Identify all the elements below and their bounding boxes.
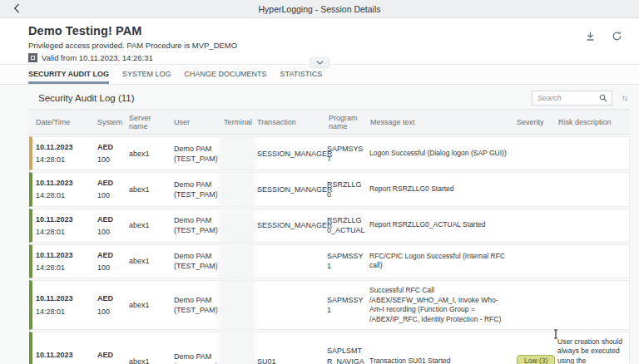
table-row[interactable]: 10.11.202314:28:01 AED100 abex1 Demo PAM… xyxy=(29,209,630,243)
cell-user: Demo PAM (TEST_PAM) xyxy=(171,246,220,276)
column-header-severity: Severity xyxy=(513,115,555,130)
refresh-button[interactable] xyxy=(610,29,624,43)
cell-program-name: SAPLSMTR_NAVIGATION xyxy=(325,341,367,364)
download-icon xyxy=(585,32,596,44)
cell-risk-description: User creation should always be executed … xyxy=(555,332,630,364)
cell-terminal xyxy=(220,173,254,205)
severity-badge: Low (3) xyxy=(517,355,555,364)
cell-server-name: abex1 xyxy=(126,251,171,271)
valid-from-text: Valid from 10.11.2023, 14:26:31 xyxy=(42,53,153,62)
cell-severity xyxy=(513,184,555,194)
cell-terminal xyxy=(220,281,254,329)
cell-risk-description xyxy=(555,184,630,194)
table-column-headers: Date/Time System Server name User Termin… xyxy=(29,109,630,135)
cell-datetime: 10.11.202314:28:01 xyxy=(32,209,94,242)
chevron-left-icon xyxy=(13,2,20,17)
cell-terminal xyxy=(220,332,254,364)
page-subtitle: Privileged access provided. PAM Procedur… xyxy=(28,41,611,50)
column-header-transaction: Transaction xyxy=(254,115,325,130)
table-body: 10.11.202314:28:01 AED100 abex1 Demo PAM… xyxy=(29,136,630,364)
cell-server-name: abex1 xyxy=(126,352,171,364)
table-row[interactable]: 10.11.202314:28:01 AED100 abex1 Demo PAM… xyxy=(29,136,630,170)
table-panel: Security Audit Log (11) ↑↓ Date/Time Sys… xyxy=(0,85,639,364)
cell-transaction: SESSION_MANAGER xyxy=(254,144,325,164)
collapse-header-button[interactable] xyxy=(310,57,329,68)
cell-transaction: SESSION_MANAGER xyxy=(254,180,325,199)
window-title: HyperLogging - Session Details xyxy=(0,4,639,14)
cell-system: AED100 xyxy=(94,137,126,170)
cell-message-text: Report RSRZLLG0_ACTUAL Started xyxy=(367,215,513,234)
cell-terminal xyxy=(220,245,254,278)
cell-server-name: abex1 xyxy=(126,144,171,164)
cell-user: Demo PAM (TEST_PAM) xyxy=(171,290,220,320)
back-button[interactable] xyxy=(10,0,23,18)
cell-datetime: 10.11.202314:28:10 xyxy=(32,345,94,364)
search-input[interactable] xyxy=(537,94,599,102)
cell-risk-description xyxy=(555,149,630,159)
column-header-program-name: Program name xyxy=(325,111,367,134)
cell-severity: Low (3) xyxy=(513,350,555,364)
cell-datetime: 10.11.202314:28:01 xyxy=(32,173,94,205)
search-icon xyxy=(599,91,607,106)
table-row[interactable]: 10.11.202314:28:01 AED100 abex1 Demo PAM… xyxy=(29,280,630,330)
cell-message-text: Logon Successful (Dialog logon (SAP GUI)… xyxy=(367,144,513,163)
cell-system: AED100 xyxy=(94,345,126,364)
cell-terminal xyxy=(220,209,254,242)
tab-change-documents[interactable]: CHANGE DOCUMENTS xyxy=(185,70,267,84)
cell-risk-description xyxy=(555,256,630,266)
page-title: Demo Testing! PAM xyxy=(28,24,611,37)
cell-server-name: abex1 xyxy=(126,215,171,235)
cell-risk-description xyxy=(555,220,630,230)
table-toolbar: Security Audit Log (11) ↑↓ xyxy=(0,87,639,108)
tab-security-audit-log[interactable]: SECURITY AUDIT LOG xyxy=(28,70,109,84)
column-header-user: User xyxy=(171,115,220,130)
cell-system: AED100 xyxy=(94,209,126,242)
sort-icon: ↑↓ xyxy=(622,93,627,102)
cell-severity xyxy=(513,220,555,230)
cell-system: AED100 xyxy=(94,245,126,278)
cell-risk-description xyxy=(555,300,630,310)
search-box xyxy=(532,91,612,106)
table-row[interactable]: 10.11.202314:28:01 AED100 abex1 Demo PAM… xyxy=(29,244,630,278)
download-button[interactable] xyxy=(583,29,597,43)
cell-program-name: RSRZLLG0 xyxy=(325,175,367,204)
cell-program-name: SAPMSYST xyxy=(325,139,367,169)
cell-program-name: SAPMSSY1 xyxy=(325,246,367,276)
cell-transaction: SESSION_MANAGER xyxy=(254,215,325,235)
column-header-message-text: Message text xyxy=(367,115,513,130)
cell-system: AED100 xyxy=(94,288,126,321)
cell-severity xyxy=(513,149,555,159)
column-header-system: System xyxy=(94,115,126,130)
tab-statistics[interactable]: STATISTICS xyxy=(280,70,323,84)
cell-message-text: Transaction SU01 Started xyxy=(367,352,513,364)
cell-user: Demo PAM (TEST_PAM) xyxy=(171,175,220,204)
cell-terminal xyxy=(220,137,254,170)
cell-datetime: 10.11.202314:28:01 xyxy=(32,137,94,170)
cell-transaction xyxy=(254,300,325,310)
cell-message-text: Successful RFC Call /ABEX/SEFW_WHO_AM_I,… xyxy=(367,281,513,329)
refresh-icon xyxy=(612,32,622,44)
sort-button[interactable]: ↑↓ xyxy=(620,91,628,104)
cell-user: Demo PAM (TEST_PAM) xyxy=(171,210,220,240)
table-title: Security Audit Log (11) xyxy=(38,93,135,103)
chevron-down-icon xyxy=(316,61,324,65)
cell-transaction: SU01 xyxy=(254,352,325,364)
cell-user: Demo PAM (TEST_PAM) xyxy=(171,139,220,169)
tab-system-log[interactable]: SYSTEM LOG xyxy=(122,70,171,84)
cell-severity xyxy=(513,256,555,266)
column-header-terminal: Terminal xyxy=(220,115,254,130)
cell-datetime: 10.11.202314:28:01 xyxy=(32,288,94,321)
table-row[interactable]: 10.11.202314:28:01 AED100 abex1 Demo PAM… xyxy=(29,172,630,206)
cell-user: Demo PAM (TEST_PAM) xyxy=(171,347,220,364)
cell-program-name: SAPMSSY1 xyxy=(325,290,367,320)
cell-system: AED100 xyxy=(94,173,126,205)
column-header-datetime: Date/Time xyxy=(32,115,94,130)
cell-severity xyxy=(513,300,555,310)
cell-transaction xyxy=(254,256,325,266)
cell-message-text: Report RSRZLLG0 Started xyxy=(367,180,513,199)
cell-program-name: RSRZLLG0_ACTUAL xyxy=(325,210,367,240)
column-header-risk-description: Risk description xyxy=(555,115,630,130)
cell-datetime: 10.11.202314:28:01 xyxy=(32,245,94,278)
table-row[interactable]: 10.11.202314:28:10 AED100 abex1 Demo PAM… xyxy=(29,332,630,364)
column-header-server-name: Server name xyxy=(126,111,171,134)
